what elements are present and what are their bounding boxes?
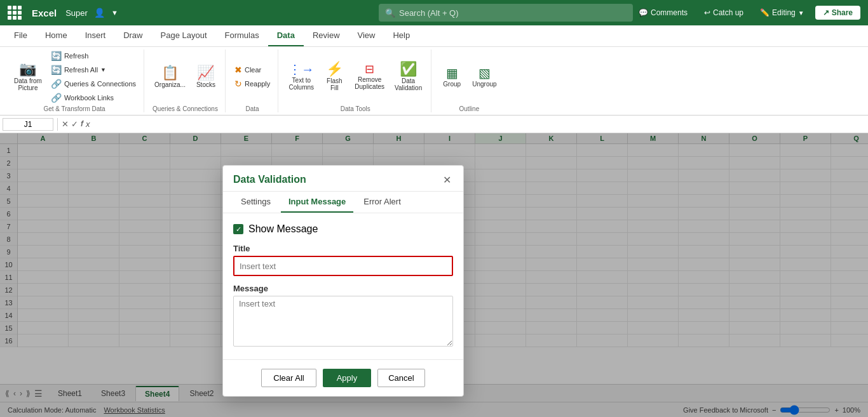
sort-filter-label: Data	[246, 104, 259, 112]
queries-connections-label: Queries & Connections	[64, 80, 136, 88]
app-name: Excel	[32, 8, 57, 18]
tab-data[interactable]: Data	[268, 25, 304, 46]
refresh-all-label: Refresh All	[64, 66, 98, 74]
dropdown-icon[interactable]: ▼	[111, 9, 118, 17]
tab-page-layout[interactable]: Page Layout	[152, 25, 216, 46]
share-button[interactable]: ↗ Share	[815, 6, 860, 20]
data-from-picture-label: Data fromPicture	[14, 77, 42, 91]
queries-connections-label-grp: Queries & Connections	[153, 104, 218, 112]
ribbon-group-items-data-tools: ⋮→ Text toColumns ⚡ FlashFill ⊟ RemoveDu…	[285, 50, 426, 104]
ribbon-btn-reapply[interactable]: ↻ Reapply	[232, 77, 273, 90]
text-to-columns-icon: ⋮→	[288, 63, 314, 76]
ribbon-btn-organiza[interactable]: 📋 Organiza...	[151, 64, 189, 90]
dialog-close-button[interactable]: ✕	[440, 173, 453, 186]
message-field-label: Message	[233, 284, 453, 293]
function-x-label: x	[86, 119, 90, 129]
ribbon-group-items-sort: ✖ Clear ↻ Reapply	[232, 50, 273, 104]
title-field-label: Title	[233, 244, 453, 253]
ribbon-tabs: File Home Insert Draw Page Layout Formul…	[0, 25, 868, 47]
tab-insert[interactable]: Insert	[76, 25, 115, 46]
catchup-button[interactable]: ↩ Catch up	[698, 6, 749, 20]
reapply-label: Reapply	[245, 80, 270, 88]
ribbon-btn-refresh-all[interactable]: 🔄 Refresh All ▼	[48, 63, 139, 76]
formula-divider	[57, 118, 58, 131]
remove-duplicates-label: RemoveDuplicates	[355, 76, 384, 90]
tab-draw[interactable]: Draw	[114, 25, 151, 46]
ribbon-btn-remove-duplicates[interactable]: ⊟ RemoveDuplicates	[351, 62, 388, 92]
formula-icons: ✕ ✓ f x	[62, 119, 90, 129]
share-icon: ↗	[823, 8, 829, 17]
dialog-footer: Clear All Apply Cancel	[223, 359, 463, 396]
ribbon-group-items-outline: ▦ Group ▧ Ungroup	[438, 50, 500, 104]
formula-bar: ✕ ✓ f x	[0, 116, 868, 133]
data-from-picture-icon: 📷	[19, 62, 36, 76]
ribbon-group-outline: ▦ Group ▧ Ungroup Outline	[433, 50, 505, 112]
ribbon-btn-workbook-links[interactable]: 🔗 Workbook Links	[48, 91, 139, 104]
tab-home[interactable]: Home	[36, 25, 76, 46]
ribbon-btn-ungroup[interactable]: ▧ Ungroup	[468, 65, 500, 89]
outline-label: Outline	[459, 104, 480, 112]
clear-all-button[interactable]: Clear All	[261, 369, 316, 387]
data-tools-label: Data Tools	[341, 104, 370, 112]
cancel-formula-icon[interactable]: ✕	[62, 119, 69, 129]
dialog-tabs: Settings Input Message Error Alert	[223, 192, 463, 213]
data-validation-label: DataValidation	[395, 77, 422, 91]
ribbon-group-items-queries: 📋 Organiza... 📈 Stocks	[151, 50, 220, 104]
editing-dropdown-icon: ▼	[798, 10, 804, 17]
tab-file[interactable]: File	[5, 25, 36, 46]
ribbon-btn-queries-connections[interactable]: 🔗 Queries & Connections	[48, 77, 139, 90]
ribbon-btn-refresh[interactable]: 🔄 Refresh	[48, 50, 139, 62]
catchup-label: Catch up	[713, 8, 743, 17]
formula-input[interactable]	[93, 119, 866, 130]
user-name: Super	[65, 8, 88, 18]
pencil-icon: ✏️	[760, 8, 770, 17]
title-bar: Excel Super 👤 ▼ 🔍 Search (Alt + Q) 💬 Com…	[0, 0, 868, 25]
tab-view[interactable]: View	[349, 25, 384, 46]
app-window: Excel Super 👤 ▼ 🔍 Search (Alt + Q) 💬 Com…	[0, 0, 868, 417]
message-field-textarea[interactable]	[233, 296, 453, 347]
ribbon-btn-group[interactable]: ▦ Group	[438, 65, 466, 89]
ribbon-group-get-transform: 📷 Data fromPicture 🔄 Refresh 🔄 Refresh A…	[5, 50, 144, 112]
account-icon: 👤	[94, 8, 105, 18]
editing-button[interactable]: ✏️ Editing ▼	[754, 6, 810, 20]
queries-icon: 🔗	[51, 79, 62, 89]
tab-help[interactable]: Help	[384, 25, 419, 46]
cell-reference-input[interactable]	[3, 118, 53, 131]
tab-formulas[interactable]: Formulas	[216, 25, 268, 46]
refresh-label: Refresh	[64, 52, 89, 60]
comments-icon: 💬	[639, 8, 648, 17]
ungroup-label: Ungroup	[472, 81, 496, 88]
ribbon-btn-text-to-columns[interactable]: ⋮→ Text toColumns	[285, 61, 318, 93]
ribbon-btn-clear[interactable]: ✖ Clear	[232, 63, 273, 76]
get-transform-label: Get & Transform Data	[43, 104, 105, 112]
refresh-icon: 🔄	[51, 51, 62, 61]
workbook-links-label: Workbook Links	[64, 94, 114, 102]
confirm-formula-icon[interactable]: ✓	[71, 119, 78, 129]
title-field-input[interactable]	[233, 256, 453, 276]
show-message-row: Show Message	[233, 223, 453, 235]
search-icon: 🔍	[385, 8, 395, 18]
search-bar[interactable]: 🔍 Search (Alt + Q)	[379, 4, 633, 22]
ribbon-btn-stocks[interactable]: 📈 Stocks	[192, 64, 220, 90]
organiza-label: Organiza...	[154, 81, 186, 88]
group-label: Group	[443, 81, 461, 88]
waffle-icon[interactable]	[8, 6, 22, 20]
ribbon-btn-data-from-picture[interactable]: 📷 Data fromPicture	[10, 60, 46, 93]
ribbon-group-queries: 📋 Organiza... 📈 Stocks Queries & Connect…	[146, 50, 226, 112]
ribbon-btn-data-validation[interactable]: ✅ DataValidation	[391, 60, 426, 93]
tab-review[interactable]: Review	[304, 25, 349, 46]
comments-button[interactable]: 💬 Comments	[633, 6, 693, 20]
insert-function-icon[interactable]: f	[81, 119, 83, 129]
organize-icon: 📋	[161, 66, 179, 80]
dialog-tab-error-alert[interactable]: Error Alert	[356, 192, 409, 213]
data-validation-icon: ✅	[400, 62, 417, 76]
ribbon-btn-flash-fill[interactable]: ⚡ FlashFill	[320, 60, 348, 93]
cancel-button[interactable]: Cancel	[377, 369, 424, 387]
show-message-checkbox[interactable]	[233, 224, 243, 234]
dialog-tab-settings[interactable]: Settings	[233, 192, 278, 213]
flash-fill-label: FlashFill	[327, 77, 342, 91]
editing-label: Editing	[772, 8, 796, 17]
dialog-tab-input-message[interactable]: Input Message	[281, 192, 353, 213]
apply-button[interactable]: Apply	[323, 369, 372, 387]
search-placeholder: Search (Alt + Q)	[399, 8, 459, 18]
